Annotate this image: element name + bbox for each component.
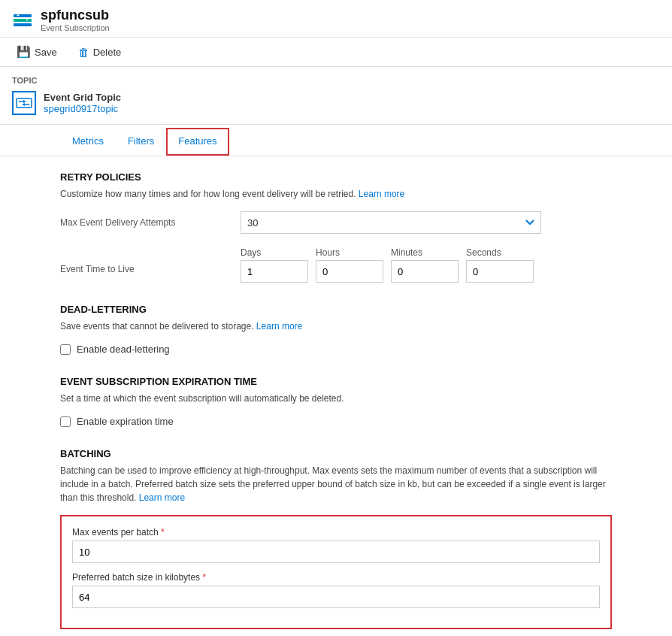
max-delivery-select-wrapper: 30 — [241, 211, 541, 234]
ttl-days-label: Days — [241, 247, 308, 258]
expiration-section: EVENT SUBSCRIPTION EXPIRATION TIME Set a… — [60, 376, 612, 427]
title-block: spfuncsub Event Subscription — [41, 8, 110, 32]
expiration-title: EVENT SUBSCRIPTION EXPIRATION TIME — [60, 376, 612, 387]
expiration-checkbox-row: Enable expiration time — [60, 416, 612, 427]
batching-learn-more-link[interactable]: Learn more — [139, 492, 185, 503]
svg-marker-10 — [22, 103, 25, 106]
dead-lettering-learn-more-link[interactable]: Learn more — [256, 321, 302, 332]
save-button[interactable]: 💾 Save — [12, 42, 62, 62]
ttl-seconds: Seconds — [466, 247, 534, 283]
tab-metrics[interactable]: Metrics — [60, 128, 116, 156]
dead-lettering-checkbox[interactable] — [60, 344, 71, 355]
event-ttl-label: Event Time to Live — [60, 243, 226, 274]
svg-marker-9 — [23, 100, 26, 103]
retry-policies-title: RETRY POLICIES — [60, 171, 612, 183]
top-bar: spfuncsub Event Subscription — [0, 0, 672, 38]
event-ttl-row: Event Time to Live Days Hours Minutes Se… — [60, 243, 612, 283]
topic-icon — [12, 91, 36, 115]
page-title: spfuncsub — [41, 8, 110, 23]
max-events-field: Max events per batch * — [72, 527, 600, 563]
batching-section: BATCHING Batching can be used to improve… — [60, 448, 612, 629]
ttl-days: Days — [241, 247, 308, 283]
delete-button[interactable]: 🗑 Delete — [74, 43, 126, 62]
batch-size-label: Preferred batch size in kilobytes * — [72, 572, 600, 583]
dead-lettering-desc: Save events that cannot be delivered to … — [60, 320, 612, 333]
max-events-required: * — [161, 527, 165, 538]
tabs: Metrics Filters Features — [0, 128, 672, 156]
tab-filters[interactable]: Filters — [116, 128, 166, 156]
ttl-minutes: Minutes — [391, 247, 459, 283]
max-delivery-label: Max Event Delivery Attempts — [60, 217, 226, 228]
delete-icon: 🗑 — [78, 46, 89, 59]
batching-desc: Batching can be used to improve efficien… — [60, 464, 612, 504]
max-delivery-row: Max Event Delivery Attempts 30 — [60, 211, 612, 234]
dead-lettering-section: DEAD-LETTERING Save events that cannot b… — [60, 304, 612, 355]
dead-lettering-title: DEAD-LETTERING — [60, 304, 612, 315]
content: RETRY POLICIES Customize how many times … — [0, 156, 672, 636]
batch-size-required: * — [202, 572, 206, 583]
dead-lettering-checkbox-row: Enable dead-lettering — [60, 344, 612, 355]
ttl-seconds-label: Seconds — [466, 247, 534, 258]
topic-row: Event Grid Topic spegrid0917topic — [12, 91, 660, 115]
ttl-days-input[interactable] — [241, 260, 308, 283]
ttl-minutes-label: Minutes — [391, 247, 459, 258]
batch-size-field: Preferred batch size in kilobytes * — [72, 572, 600, 608]
topic-info: Event Grid Topic spegrid0917topic — [44, 92, 121, 114]
batch-size-input[interactable] — [72, 586, 600, 608]
topic-link[interactable]: spegrid0917topic — [44, 103, 118, 114]
ttl-hours: Hours — [316, 247, 383, 283]
topic-type: Event Grid Topic — [44, 92, 121, 103]
save-icon: 💾 — [17, 45, 31, 59]
max-delivery-select[interactable]: 30 — [241, 211, 541, 234]
topic-label: TOPIC — [12, 76, 660, 85]
svg-rect-6 — [17, 98, 32, 108]
expiration-desc: Set a time at which the event subscripti… — [60, 392, 612, 405]
max-events-label: Max events per batch * — [72, 527, 600, 538]
retry-policies-section: RETRY POLICIES Customize how many times … — [60, 171, 612, 283]
toolbar: 💾 Save 🗑 Delete — [0, 38, 672, 67]
batching-bordered-box: Max events per batch * Preferred batch s… — [60, 515, 612, 629]
retry-learn-more-link[interactable]: Learn more — [359, 189, 404, 199]
dead-lettering-checkbox-label: Enable dead-lettering — [77, 344, 170, 355]
topic-section: TOPIC Event Grid Topic spegrid0917topic — [0, 67, 672, 125]
max-events-input[interactable] — [72, 541, 600, 563]
page-subtitle: Event Subscription — [41, 23, 110, 32]
batching-title: BATCHING — [60, 448, 612, 459]
tab-features[interactable]: Features — [166, 128, 229, 156]
ttl-inputs: Days Hours Minutes Seconds — [241, 247, 534, 283]
ttl-minutes-input[interactable] — [391, 260, 459, 283]
ttl-seconds-input[interactable] — [466, 260, 534, 283]
ttl-hours-label: Hours — [316, 247, 383, 258]
expiration-checkbox[interactable] — [60, 416, 71, 427]
ttl-hours-input[interactable] — [316, 260, 383, 283]
retry-policies-desc: Customize how many times and for how lon… — [60, 187, 612, 201]
app-icon — [12, 8, 33, 32]
expiration-checkbox-label: Enable expiration time — [77, 416, 174, 427]
svg-rect-2 — [14, 19, 32, 22]
svg-rect-3 — [14, 23, 32, 26]
svg-rect-1 — [14, 14, 32, 17]
